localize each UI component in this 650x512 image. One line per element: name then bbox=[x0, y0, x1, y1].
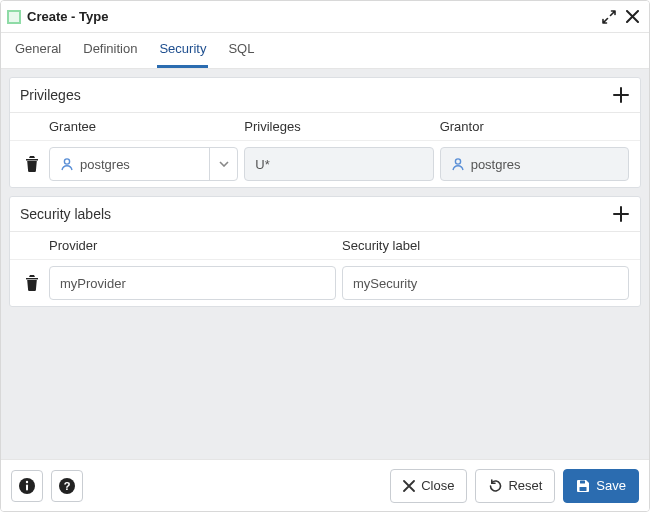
save-button[interactable]: Save bbox=[563, 469, 639, 503]
titlebar: Create - Type bbox=[1, 1, 649, 33]
privileges-value-field[interactable]: U* bbox=[244, 147, 433, 181]
security-label-input[interactable] bbox=[342, 266, 629, 300]
close-button[interactable]: Close bbox=[390, 469, 467, 503]
grantor-field: postgres bbox=[440, 147, 629, 181]
type-icon bbox=[7, 10, 21, 24]
delete-security-label-icon[interactable] bbox=[25, 275, 39, 291]
reset-button[interactable]: Reset bbox=[475, 469, 555, 503]
col-security-label: Security label bbox=[339, 238, 632, 253]
dialog-create-type: Create - Type General Definition Securit… bbox=[0, 0, 650, 512]
privileges-panel: Privileges Grantee Privileges Grantor bbox=[9, 77, 641, 188]
privileges-title: Privileges bbox=[20, 87, 612, 103]
svg-point-0 bbox=[64, 159, 69, 164]
tab-security[interactable]: Security bbox=[157, 32, 208, 68]
security-labels-column-headers: Provider Security label bbox=[10, 232, 640, 260]
privileges-header: Privileges bbox=[10, 78, 640, 113]
tab-definition[interactable]: Definition bbox=[81, 32, 139, 68]
dialog-footer: ? Close Reset Save bbox=[1, 459, 649, 511]
expand-icon[interactable] bbox=[602, 10, 616, 24]
security-labels-title: Security labels bbox=[20, 206, 612, 222]
grantor-value: postgres bbox=[471, 157, 628, 172]
col-provider: Provider bbox=[46, 238, 339, 253]
security-label-row bbox=[10, 260, 640, 306]
privileges-column-headers: Grantee Privileges Grantor bbox=[10, 113, 640, 141]
help-button[interactable]: ? bbox=[51, 470, 83, 502]
privilege-row: postgres U* po bbox=[10, 141, 640, 187]
provider-input[interactable] bbox=[49, 266, 336, 300]
svg-rect-7 bbox=[580, 487, 587, 491]
col-grantee: Grantee bbox=[46, 119, 241, 134]
add-security-label-button[interactable] bbox=[612, 205, 630, 223]
chevron-down-icon bbox=[209, 148, 237, 180]
grantee-value: postgres bbox=[80, 157, 209, 172]
svg-text:?: ? bbox=[64, 480, 71, 492]
svg-rect-8 bbox=[580, 480, 585, 483]
security-labels-panel: Security labels Provider Security label bbox=[9, 196, 641, 307]
col-privileges: Privileges bbox=[241, 119, 436, 134]
tab-bar: General Definition Security SQL bbox=[1, 33, 649, 69]
tab-general[interactable]: General bbox=[13, 32, 63, 68]
security-labels-header: Security labels bbox=[10, 197, 640, 232]
reset-label: Reset bbox=[508, 478, 542, 493]
close-icon[interactable] bbox=[626, 10, 639, 23]
grantee-select[interactable]: postgres bbox=[49, 147, 238, 181]
window-title: Create - Type bbox=[27, 9, 592, 24]
dialog-body: Privileges Grantee Privileges Grantor bbox=[1, 69, 649, 459]
info-button[interactable] bbox=[11, 470, 43, 502]
save-label: Save bbox=[596, 478, 626, 493]
user-icon bbox=[60, 157, 74, 171]
user-icon bbox=[451, 157, 465, 171]
close-label: Close bbox=[421, 478, 454, 493]
add-privilege-button[interactable] bbox=[612, 86, 630, 104]
delete-privilege-icon[interactable] bbox=[25, 156, 39, 172]
svg-point-1 bbox=[455, 159, 460, 164]
privileges-value: U* bbox=[245, 157, 432, 172]
tab-sql[interactable]: SQL bbox=[226, 32, 256, 68]
svg-rect-3 bbox=[26, 484, 28, 490]
svg-point-4 bbox=[26, 480, 28, 482]
col-grantor: Grantor bbox=[437, 119, 632, 134]
